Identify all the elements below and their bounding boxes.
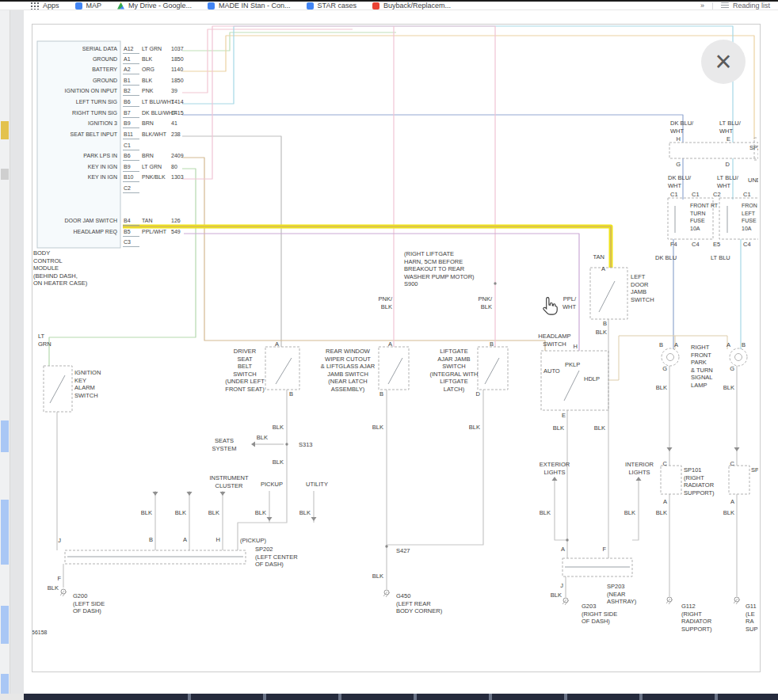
pin-f4: F4 [670,241,677,248]
divider [712,2,713,10]
close-button[interactable]: × [701,40,746,84]
pin-c1c: C1 [743,191,751,198]
bcm-signal: KEY IN IGN [88,174,117,180]
bookmark-star-cases[interactable]: STAR cases [307,2,357,10]
conn-terminal-d: D [726,161,730,168]
sp101-terminal-c1: C [663,460,668,467]
g450-ground-symbol [383,590,390,597]
bcm-signal: GROUND [93,56,117,62]
bcm-wire-color: ORG [142,67,154,72]
conn-terminal-h: H [677,135,681,143]
lt-grn-label: LTGRN [38,333,51,348]
arrow-down [153,492,158,496]
liftgate-ajar-switch-label: LIFTGATEAJAR JAMBSWITCH(INTEGRAL WITHLIF… [430,348,479,393]
switch-blade-wiper [388,358,402,384]
bcm-circuit-number: 1850 [171,56,184,62]
bookmark-map[interactable]: MAP [75,2,102,10]
bcm-signal: SEAT BELT INPUT [71,131,118,137]
bookmark-label: MADE IN Stan - Con... [219,2,291,10]
switch-blade-headlamp [564,371,579,401]
wire-seatbelt-blkwht [182,136,281,347]
bcm-circuit-number: 2409 [171,153,184,158]
sp202-label: SP202(LEFT CENTEROF DASH) [255,546,298,568]
bcm-pin: B5 [124,229,131,234]
bcm-pin: B7 [124,110,131,116]
taskbar-segments [24,694,778,700]
lamp-terminal-b2: B [742,341,746,348]
left-front-park-turn-lamp-symbol-filament [735,354,742,361]
wire-parklps-brn [182,158,545,351]
fuse-left-label: FRONLEFTFUSE10A [742,203,757,231]
bcm-pin: B9 [124,120,131,126]
arrow-down [311,517,317,521]
bcm-wire-color: PNK [142,88,154,93]
pin-c1b: C1 [692,191,700,198]
edge-mark [1,169,9,180]
bcm-pin: C2 [124,185,131,191]
g200-label: G200(LEFT SIDEOF DASH) [73,592,105,614]
bcm-signal: BATTERY [92,67,117,72]
rear-window-wiper-switch-label: REAR WINDOWWIPER CUTOUT& LIFTGLASS AJARJ… [321,348,376,393]
arrow-down [220,492,226,496]
bookmark-apps[interactable]: Apps [30,2,59,10]
blk-lamp-right: BLK [723,384,734,391]
pin-c2: C2 [713,191,721,198]
bookmark-items: AppsMAPMy Drive - Google...MADE IN Stan … [30,2,451,10]
bcm-signal: HEADLAMP REQ [74,229,118,235]
g113-partial-label: G11(LERASUP [746,603,757,633]
reading-list-icon [721,2,729,10]
jamb-terminal-a: A [601,265,605,272]
wiper-terminal-a: A [388,340,392,348]
bcm-title: BODYCONTROLMODULE(BEHIND DASH,ON HEATER … [33,249,88,287]
blk-interior: BLK [624,509,635,516]
splice-dot [566,538,568,541]
bookmark-buyback-replacem-[interactable]: Buyback/Replacem... [372,2,451,10]
wiring-diagram[interactable]: SERIAL DATAA12LT GRN1037GROUNDA1BLK1850B… [0,0,778,700]
bcm-pin: B11 [124,131,133,137]
taskbar-gap [263,694,266,700]
bookmark-my-drive-google-[interactable]: My Drive - Google... [117,2,192,10]
blk-wiper: BLK [372,424,383,431]
figure-number: 56158 [32,630,48,635]
sp203-terminal-f: F [602,546,606,553]
blk-col-a: BLK [175,509,186,516]
pickup-label: PICKUP [261,481,283,488]
reading-list-button[interactable]: Reading list [721,2,770,10]
lt-blu-wht-top: LT BLU/WHT [719,120,742,135]
bcm-circuit-number: 549 [171,229,181,234]
wire-left-turn-ltbluwht [182,26,733,143]
bcm-signal: IGNITION ON INPUT [65,88,118,93]
interior-lights-label: INTERIORLIGHTS [625,461,654,476]
arrow-up [636,477,642,481]
bookmark-made-in-stan-con-[interactable]: MADE IN Stan - Con... [208,2,291,10]
blk-lamp-left: BLK [656,384,667,391]
doc-icon [208,2,215,10]
bcm-wire-color: BRN [142,120,154,126]
lamp-terminal-g2: G [730,365,734,372]
drive-icon [117,2,124,10]
g112-ground-symbol [666,597,673,604]
bcm-pin: A2 [124,67,131,72]
bcm-signal: PARK LPS IN [83,153,117,158]
sp202-terminal-j: J [58,537,61,544]
left-door-jamb-switch-label: LEFTDOORJAMBSWITCH [631,273,654,303]
left-edge-scroll-strip[interactable] [0,10,10,700]
wire-right-turn-dkbluwht [182,115,683,143]
overflow-chevron-icon[interactable]: » [700,2,704,10]
bcm-pin: B2 [124,88,131,93]
edge-mark [1,606,9,644]
bcm-signal: GROUND [93,78,117,83]
arrow-left [251,442,255,447]
bcm-circuit-number: 1415 [171,110,184,116]
taskbar-strip[interactable] [0,694,778,700]
blk-g113: BLK [723,509,734,516]
g203-ground-symbol [563,598,569,605]
wiper-terminal-b: B [379,390,383,398]
utility-label: UTILITY [306,481,328,488]
ppl-wht-label: PPL/WHT [563,295,577,310]
conn-terminal-e: E [727,135,730,143]
bcm-wire-color: BLK [142,56,153,62]
bcm-pin: B1 [124,78,131,83]
arrow-down [667,447,673,451]
headlamp-terminal-h: H [574,343,578,350]
